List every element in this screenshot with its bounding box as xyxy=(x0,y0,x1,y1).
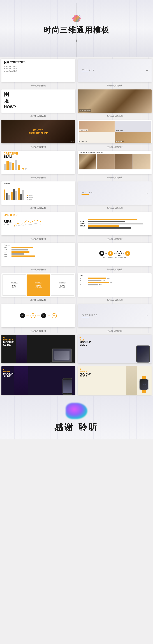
macbook-area: ★ MACBOOK MOCKUP SLIDE xyxy=(0,333,77,365)
four-pic-caption: 单击输入标题内容 xyxy=(77,176,153,180)
price-card-3: 在这里输入 $299 PREMIUM xyxy=(51,274,74,296)
toc-item-3: 3. 在这里输入标题吧 xyxy=(4,70,73,72)
iphone-star: ★ xyxy=(3,367,5,371)
row-5: Bar Chart xyxy=(0,180,153,211)
row-7: Progress Item A Item B Item C Item D xyxy=(0,241,153,272)
hbar2-caption: 单击输入标题内容 xyxy=(77,298,153,303)
hbar2-row-2: B 55% xyxy=(80,280,149,281)
photo-slide: PICTURE SLIDE xyxy=(78,90,151,113)
pic-4 xyxy=(133,154,150,170)
problem-area: 困 境 HOW? 单击输入标题内容 xyxy=(0,88,77,119)
chart-label: Bar Chart xyxy=(4,183,73,184)
watch-visual: 10:09 xyxy=(139,376,149,393)
svg-point-7 xyxy=(109,252,111,254)
pricing-caption: 单击输入标题内容 xyxy=(0,298,77,303)
barchart-caption: 单击输入标题内容 xyxy=(0,206,77,211)
cbar-o-3 xyxy=(18,188,20,200)
pic-2 xyxy=(97,154,114,170)
plus-1: + xyxy=(105,252,107,255)
part-three-slide: PART THREE → xyxy=(78,304,151,328)
center-pic-caption: 单击输入标题内容 xyxy=(0,145,77,149)
thankyou-slide: 感谢 聆听 xyxy=(0,396,153,440)
cbar-d-2 xyxy=(13,188,15,200)
iphone-area: ★ IPHONE MOCKUP SLIDE xyxy=(0,365,77,396)
ipad-label: IPAD MOCKUP SLIDE xyxy=(80,339,91,346)
laptop-visual xyxy=(50,348,74,364)
problem-en: HOW? xyxy=(4,104,73,109)
connector-2 xyxy=(37,316,40,316)
part-one-area: PART ONE → 单击输入标题内容 xyxy=(77,57,153,88)
svg-point-3 xyxy=(79,16,80,16)
legend-3: Series C xyxy=(27,199,33,200)
toc-item-2: 2. 在这里输入标题吧 xyxy=(4,68,73,70)
thankyou-content: 感谢 聆听 xyxy=(54,403,98,433)
hbar-slide-2: Data A 70% B 55% C 80% D xyxy=(78,274,151,297)
your-title-caption: 单击输入标题内容 xyxy=(77,145,153,149)
row-9: 01 02 03 04 单击输入标题内容 PART THREE → 单击输入标题… xyxy=(0,303,153,333)
cbar-l-2 xyxy=(15,191,17,200)
part-three-caption: 单击输入标题内容 xyxy=(77,329,153,333)
cbar-l-1 xyxy=(8,195,10,200)
part-two-label: PART TWO xyxy=(82,192,148,194)
main-title: 时尚三维通用模板 xyxy=(44,25,109,35)
hbar-dark-2 xyxy=(88,227,131,229)
bar-1 xyxy=(4,164,6,170)
icon-3 xyxy=(116,251,122,256)
title-grid-item-2: YOUR TITLE xyxy=(115,121,151,132)
cbar-d-1 xyxy=(6,193,8,200)
tc-4: 04 xyxy=(52,313,57,318)
icons-text: CLICK HERE TO ADD YOUR TITLE xyxy=(103,257,126,258)
hbar2-row-4: D 40% xyxy=(80,284,149,286)
macbook-bg-photo xyxy=(16,335,27,364)
toc-item-1: 1. 在这里输入标题吧 xyxy=(4,66,73,68)
four-pic-area: FOUR HORIZONTAL PICTURE 单击输入标题内容 xyxy=(77,149,153,180)
legend-dot-gray xyxy=(25,168,27,170)
row-11: ★ IPHONE MOCKUP SLIDE xyxy=(0,365,153,396)
iwatch-area: ★ IWATCH MOCKUP SLIDE 10:09 xyxy=(77,365,153,396)
hbar-row-2: Item B xyxy=(4,249,73,250)
hbar-light-1 xyxy=(88,223,143,224)
legend-dark xyxy=(27,197,28,198)
hbar-row-1: Item A xyxy=(4,247,73,248)
phone-button xyxy=(67,393,68,394)
bar-chart-slide-2: BAR CHART SLIDE xyxy=(78,212,151,236)
circles-area: 01 02 03 04 单击输入标题内容 xyxy=(0,303,77,333)
legend-orange xyxy=(27,195,28,196)
icon-2 xyxy=(108,251,113,256)
part-two-outer: PART TWO → 单击输入标题内容 xyxy=(77,180,153,211)
cbar-o-2 xyxy=(11,192,13,200)
bar-chart-slide-title: BAR CHART SLIDE xyxy=(80,220,86,227)
iwatch-label: IWATCH MOCKUP SLIDE xyxy=(80,370,91,378)
photo-area: PICTURE SLIDE 单击输入标题内容 xyxy=(77,88,153,119)
hbar-dark-1 xyxy=(88,221,125,222)
your-title-area: YOUR TITLE YOUR TITLE YOUR TITLE YOUR TI… xyxy=(77,119,153,149)
slide-container: 时尚三维通用模板 ↓ 目录CONTENTS 1. 在这里输入标题吧 2. 在这里… xyxy=(0,0,153,440)
thankyou-blob xyxy=(66,403,87,419)
toc-slide: 目录CONTENTS 1. 在这里输入标题吧 2. 在这里输入标题吧 3. 在这… xyxy=(2,59,75,82)
ipad-star: ★ xyxy=(79,336,82,339)
hbar-row-4: Item D xyxy=(4,253,73,255)
part-one-label: PART ONE xyxy=(82,69,148,71)
svg-point-4 xyxy=(80,17,81,17)
bar-chart-slide: Bar Chart xyxy=(2,182,75,205)
toc-area: 目录CONTENTS 1. 在这里输入标题吧 2. 在这里输入标题吧 3. 在这… xyxy=(0,57,77,88)
watch-band-bottom xyxy=(142,390,146,393)
center-pic-slide: CENTER PICTURE SLIDE Picture xyxy=(2,120,75,144)
hbar2-area: Data A 70% B 55% C 80% D xyxy=(77,272,153,303)
part-one-slide: PART ONE → xyxy=(78,59,151,82)
phone-screen xyxy=(63,380,72,393)
toc-caption: 单击输入标题内容 xyxy=(0,84,77,88)
title-grid-item-3: YOUR TITLE xyxy=(79,132,115,143)
creative-sub: TEAM xyxy=(4,155,73,158)
legend-2: Series B xyxy=(27,197,33,198)
bar-6 xyxy=(18,165,20,170)
watch-band-top xyxy=(142,376,146,379)
row-1: 目录CONTENTS 1. 在这里输入标题吧 2. 在这里输入标题吧 3. 在这… xyxy=(0,57,153,88)
hbar1-area: Progress Item A Item B Item C Item D xyxy=(0,241,77,272)
hbar2-title: Data xyxy=(80,275,149,276)
price-card-2: 在这里输入 $199 STANDARD xyxy=(27,274,50,296)
creative-title: CREATIVE xyxy=(4,152,73,155)
connector-3 xyxy=(48,316,50,316)
laptop-screen xyxy=(53,349,71,362)
row-8: 在这里输入 $99 BASIC 在这里输入 $199 STANDARD 在这里输… xyxy=(0,272,153,303)
